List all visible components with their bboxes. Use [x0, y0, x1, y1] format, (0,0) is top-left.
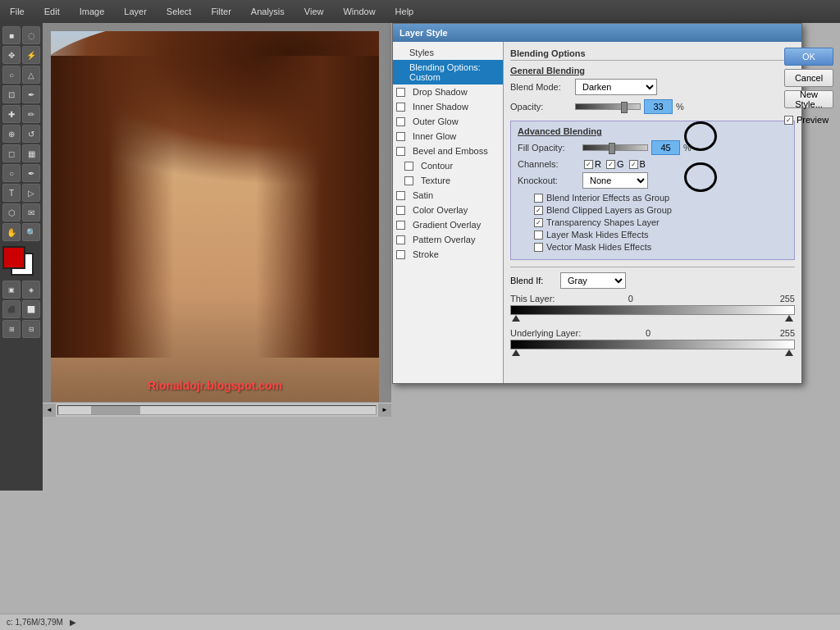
drop-shadow-checkbox[interactable] [396, 88, 405, 97]
tool-action-1[interactable]: ⊞ [2, 320, 21, 338]
underlying-slider[interactable] [510, 340, 795, 356]
menu-edit[interactable]: Edit [41, 5, 63, 18]
tool-shapes-2[interactable]: ⬜ [22, 300, 40, 318]
opacity-slider[interactable] [575, 103, 641, 110]
ok-button[interactable]: OK [784, 48, 833, 66]
gradient-overlay-checkbox[interactable] [396, 221, 405, 230]
menu-analysis[interactable]: Analysis [248, 5, 288, 18]
scroll-thumb[interactable] [91, 406, 140, 414]
outer-glow-checkbox[interactable] [396, 117, 405, 126]
style-item-texture[interactable]: Texture [393, 173, 503, 188]
tool-zoom[interactable]: 🔍 [22, 223, 40, 241]
style-item-inner-glow[interactable]: Inner Glow [393, 129, 503, 144]
tool-dodge[interactable]: ○ [2, 164, 21, 182]
pattern-overlay-checkbox[interactable] [396, 235, 405, 244]
channel-b-checkbox[interactable] [629, 160, 638, 169]
underlying-handle-right[interactable] [785, 349, 793, 356]
opacity-slider-thumb[interactable] [621, 102, 628, 113]
color-swatch[interactable] [2, 246, 40, 276]
tool-pen[interactable]: ✒ [22, 164, 40, 182]
blend-if-select[interactable]: Gray Red Green Blue [560, 272, 626, 289]
style-item-gradient-overlay[interactable]: Gradient Overlay [393, 217, 503, 232]
style-item-drop-shadow[interactable]: Drop Shadow [393, 84, 503, 99]
inner-shadow-checkbox[interactable] [396, 103, 405, 112]
knockout-select[interactable]: None Shallow Deep [582, 172, 648, 189]
menu-file[interactable]: File [7, 5, 28, 18]
tool-lasso[interactable]: ◌ [22, 26, 40, 44]
tool-move[interactable]: ✥ [2, 46, 21, 64]
style-item-inner-shadow[interactable]: Inner Shadow [393, 99, 503, 114]
blend-interior-checkbox[interactable] [534, 194, 543, 203]
blend-clipped-checkbox[interactable] [534, 206, 543, 215]
tool-stamp[interactable]: ⊕ [2, 125, 21, 143]
stroke-checkbox[interactable] [396, 250, 405, 259]
style-item-bevel-emboss[interactable]: Bevel and Emboss [393, 144, 503, 158]
style-item-stroke[interactable]: Stroke [393, 247, 503, 262]
style-item-contour[interactable]: Contour [393, 158, 503, 173]
tool-polygonal[interactable]: △ [22, 66, 40, 84]
contour-checkbox[interactable] [404, 162, 413, 171]
inner-glow-checkbox[interactable] [396, 132, 405, 141]
underlying-handle-left[interactable] [512, 349, 520, 356]
channel-r-checkbox[interactable] [584, 160, 593, 169]
tool-magic-wand[interactable]: ⚡ [22, 46, 40, 64]
tool-eraser[interactable]: ◻ [2, 144, 21, 162]
tool-history[interactable]: ↺ [22, 125, 40, 143]
color-overlay-checkbox[interactable] [396, 206, 405, 215]
menu-window[interactable]: Window [340, 5, 378, 18]
tool-brush[interactable]: ✏ [22, 105, 40, 123]
tool-ellipse[interactable]: ○ [2, 66, 21, 84]
this-layer-slider[interactable] [510, 305, 795, 322]
menu-image[interactable]: Image [76, 5, 108, 18]
tool-shapes-1[interactable]: ⬛ [2, 300, 21, 318]
status-arrow[interactable]: ▶ [70, 618, 76, 627]
tool-hand[interactable]: ✋ [2, 223, 21, 241]
tool-path[interactable]: ▷ [22, 184, 40, 202]
tool-action-2[interactable]: ⊟ [22, 320, 40, 338]
layer-mask-checkbox[interactable] [534, 231, 543, 240]
fill-opacity-input[interactable] [651, 140, 680, 155]
tool-quick-mask[interactable]: ◈ [22, 281, 40, 299]
preview-checkbox[interactable] [784, 116, 793, 125]
bevel-emboss-checkbox[interactable] [396, 147, 405, 156]
style-item-color-overlay[interactable]: Color Overlay [393, 203, 503, 217]
tool-gradient[interactable]: ▦ [22, 144, 40, 162]
tool-shape[interactable]: ⬡ [2, 203, 21, 221]
style-item-blending-options[interactable]: Blending Options: Custom [393, 60, 503, 84]
tool-eyedropper[interactable]: ✒ [22, 85, 40, 103]
vector-mask-checkbox[interactable] [534, 243, 543, 252]
scroll-right-arrow[interactable]: ► [378, 404, 391, 417]
style-item-outer-glow[interactable]: Outer Glow [393, 114, 503, 129]
tool-standard-mode[interactable]: ▣ [2, 281, 21, 299]
opacity-input[interactable] [644, 99, 673, 114]
satin-checkbox[interactable] [396, 191, 405, 200]
style-item-pattern-overlay[interactable]: Pattern Overlay [393, 232, 503, 247]
scroll-left-arrow[interactable]: ◄ [43, 404, 56, 417]
this-layer-handle-left[interactable] [512, 315, 520, 322]
channel-g-checkbox[interactable] [606, 160, 615, 169]
tool-crop[interactable]: ⊡ [2, 85, 21, 103]
menu-help[interactable]: Help [392, 5, 418, 18]
fill-slider[interactable] [582, 144, 648, 151]
blend-mode-select[interactable]: Darken [575, 79, 657, 95]
fill-slider-thumb[interactable] [609, 143, 615, 154]
cancel-button[interactable]: Cancel [784, 69, 833, 87]
canvas-scrollbar[interactable]: ◄ ► [43, 402, 391, 417]
scroll-track[interactable] [57, 405, 377, 415]
style-item-styles[interactable]: Styles [393, 45, 503, 60]
channels-row: Channels: R G B [518, 159, 788, 169]
this-layer-handle-right[interactable] [785, 315, 793, 322]
tool-type[interactable]: T [2, 184, 21, 202]
foreground-color-swatch[interactable] [2, 246, 25, 269]
tool-marquee[interactable]: ■ [2, 26, 21, 44]
menu-layer[interactable]: Layer [121, 5, 150, 18]
tool-heal[interactable]: ✚ [2, 105, 21, 123]
new-style-button[interactable]: New Style... [784, 90, 833, 108]
menu-filter[interactable]: Filter [208, 5, 234, 18]
transparency-shapes-checkbox[interactable] [534, 218, 543, 227]
menu-view[interactable]: View [301, 5, 327, 18]
tool-notes[interactable]: ✉ [22, 203, 40, 221]
menu-select[interactable]: Select [163, 5, 195, 18]
style-item-satin[interactable]: Satin [393, 188, 503, 203]
texture-checkbox[interactable] [404, 176, 413, 185]
